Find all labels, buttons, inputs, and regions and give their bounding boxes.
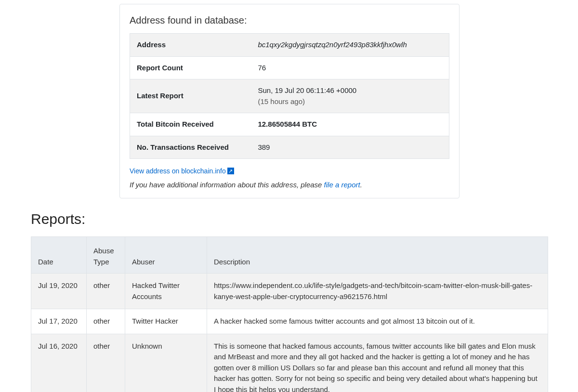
reports-table: Date Abuse Type Abuser Description Jul 1… xyxy=(31,236,548,392)
cell-abuser: Twitter Hacker xyxy=(125,309,207,334)
table-row: Jul 16, 2020otherUnknownThis is someone … xyxy=(31,334,548,392)
info-value: bc1qxy2kgdygjrsqtzq2n0yrf2493p83kkfjhx0w… xyxy=(251,34,449,57)
address-info-table: Addressbc1qxy2kgdygjrsqtzq2n0yrf2493p83k… xyxy=(130,33,449,159)
blockchain-link[interactable]: View address on blockchain.info xyxy=(130,167,226,175)
info-row: Addressbc1qxy2kgdygjrsqtzq2n0yrf2493p83k… xyxy=(130,34,449,57)
col-description: Description xyxy=(207,237,548,274)
info-value: 389 xyxy=(251,136,449,159)
note-prefix: If you have additional information about… xyxy=(130,181,324,189)
external-link-icon xyxy=(227,168,234,174)
info-row: Latest ReportSun, 19 Jul 20 06:11:46 +00… xyxy=(130,79,449,113)
cell-date: Jul 19, 2020 xyxy=(31,274,87,309)
table-row: Jul 19, 2020otherHacked Twitter Accounts… xyxy=(31,274,548,309)
info-value: Sun, 19 Jul 20 06:11:46 +0000(15 hours a… xyxy=(251,79,449,113)
reports-heading: Reports: xyxy=(31,208,578,230)
info-value: 12.86505844 BTC xyxy=(251,113,449,136)
cell-desc: https://www.independent.co.uk/life-style… xyxy=(207,274,548,309)
info-row: Report Count76 xyxy=(130,56,449,79)
cell-date: Jul 17, 2020 xyxy=(31,309,87,334)
col-abuse-type: Abuse Type xyxy=(87,237,125,274)
col-date: Date xyxy=(31,237,87,274)
col-abuser: Abuser xyxy=(125,237,207,274)
table-row: Jul 17, 2020otherTwitter HackerA hacker … xyxy=(31,309,548,334)
cell-date: Jul 16, 2020 xyxy=(31,334,87,392)
cell-abuser: Hacked Twitter Accounts xyxy=(125,274,207,309)
cell-desc: A hacker hacked some famous twitter acco… xyxy=(207,309,548,334)
cell-type: other xyxy=(87,334,125,392)
cell-abuser: Unknown xyxy=(125,334,207,392)
address-info-card: Address found in database: Addressbc1qxy… xyxy=(119,4,460,198)
info-label: Latest Report xyxy=(130,79,251,113)
info-row: No. Transactions Received389 xyxy=(130,136,449,159)
info-value: 76 xyxy=(251,56,449,79)
cell-type: other xyxy=(87,274,125,309)
file-report-note: If you have additional information about… xyxy=(130,180,449,191)
info-label: Report Count xyxy=(130,56,251,79)
info-label: Total Bitcoin Received xyxy=(130,113,251,136)
note-suffix: . xyxy=(360,181,362,189)
file-report-link[interactable]: file a report xyxy=(324,181,360,189)
info-row: Total Bitcoin Received12.86505844 BTC xyxy=(130,113,449,136)
cell-type: other xyxy=(87,309,125,334)
card-title: Address found in database: xyxy=(130,13,449,27)
info-label: No. Transactions Received xyxy=(130,136,251,159)
cell-desc: This is someone that hacked famous accou… xyxy=(207,334,548,392)
reports-header-row: Date Abuse Type Abuser Description xyxy=(31,237,548,274)
info-label: Address xyxy=(130,34,251,57)
